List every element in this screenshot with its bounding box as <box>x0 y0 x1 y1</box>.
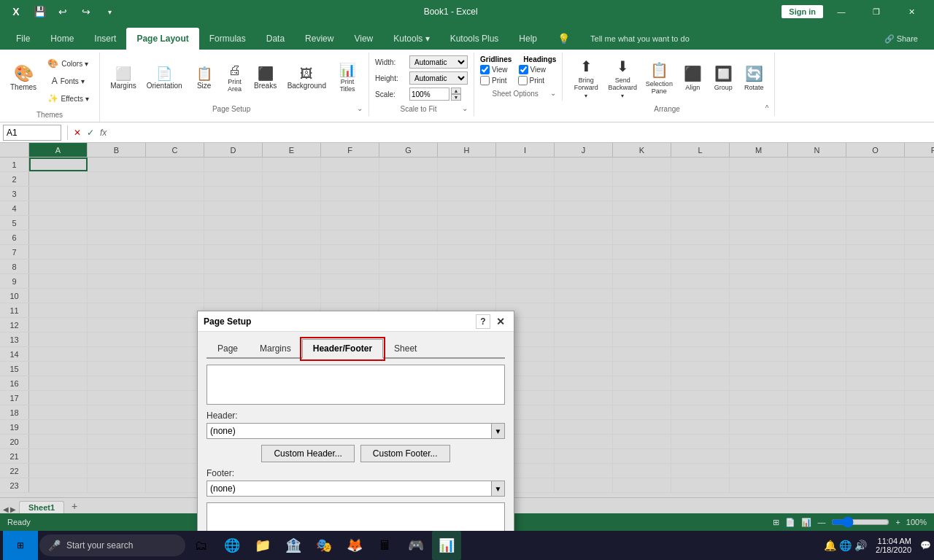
close-button[interactable]: ✕ <box>895 0 928 23</box>
tab-view[interactable]: View <box>344 28 383 50</box>
themes-button[interactable]: 🎨 Themes <box>6 52 41 104</box>
dialog-tab-margins[interactable]: Margins <box>249 339 302 359</box>
dialog-tab-sheet[interactable]: Sheet <box>383 339 428 359</box>
footer-select[interactable]: (none) <box>207 481 492 497</box>
taskbar-edge[interactable]: 🌐 <box>217 531 247 560</box>
taskbar-gamepad[interactable]: 🎮 <box>401 531 431 560</box>
tab-page-layout[interactable]: Page Layout <box>126 28 198 50</box>
formula-x-btn[interactable]: ✕ <box>74 128 81 138</box>
size-button[interactable]: 📋 Size <box>188 52 220 104</box>
formula-input[interactable] <box>112 125 931 141</box>
undo-quick-btn[interactable]: ↩ <box>53 1 73 22</box>
minimize-button[interactable]: — <box>825 0 858 23</box>
view-checkbox-row: View View <box>480 65 546 74</box>
taskbar-excel[interactable]: 📊 <box>432 531 461 560</box>
bring-forward-arrow: ▾ <box>584 93 587 99</box>
formula-check-btn[interactable]: ✓ <box>87 128 94 138</box>
footer-dropdown-row: (none) ▼ <box>207 481 505 497</box>
tab-insert[interactable]: Insert <box>84 28 126 50</box>
margins-button[interactable]: ⬜ Margins <box>106 52 141 104</box>
height-select[interactable]: Automatic <box>409 71 468 85</box>
themes-group-label[interactable]: Themes <box>6 109 93 122</box>
arrange-collapse-btn[interactable]: ^ <box>765 104 769 115</box>
scale-dialog-launcher[interactable]: ⌄ <box>462 104 468 115</box>
dialog-titlebar: Page Setup ? ✕ <box>198 311 514 332</box>
taskbar-notification-icon[interactable]: 🔔 <box>824 540 836 551</box>
excel-icon: X <box>6 1 26 22</box>
colors-button[interactable]: 🎨 Colors ▾ <box>42 55 93 71</box>
rotate-button[interactable]: 🔄 Rotate <box>739 52 768 104</box>
bring-forward-button[interactable]: ⬆ BringForward ▾ <box>568 52 603 104</box>
arrange-group-label[interactable]: Arrange <box>568 104 765 116</box>
print-titles-button[interactable]: 📊 PrintTitles <box>332 52 363 104</box>
dialog-tab-header-footer[interactable]: Header/Footer <box>302 339 383 359</box>
headings-view-checkbox[interactable] <box>519 65 528 74</box>
taskbar-notification-btn[interactable]: 💬 <box>920 540 931 551</box>
save-quick-btn[interactable]: 💾 <box>29 1 50 22</box>
taskbar-task-view[interactable]: 🗂 <box>187 531 216 560</box>
breaks-icon: ⬛ <box>258 67 274 80</box>
redo-quick-btn[interactable]: ↪ <box>76 1 96 22</box>
taskbar: ⊞ 🎤 Start your search 🗂 🌐 📁 🏦 🎭 🦊 🖩 🎮 📊 … <box>0 531 934 560</box>
scale-group-label[interactable]: Scale to Fit <box>375 104 462 116</box>
header-select[interactable]: (none) <box>207 423 492 439</box>
taskbar-network-icon[interactable]: 🌐 <box>839 540 852 551</box>
gridlines-view-checkbox[interactable] <box>480 65 490 74</box>
share-btn[interactable]: 🔗 Share <box>874 28 928 50</box>
tab-formulas[interactable]: Formulas <box>199 28 256 50</box>
scale-input[interactable] <box>409 88 449 101</box>
start-button[interactable]: ⊞ <box>3 531 38 560</box>
search-bar[interactable]: 🎤 Start your search <box>39 534 185 556</box>
page-setup-dialog-launcher[interactable]: ⌄ <box>357 104 363 115</box>
custom-footer-button[interactable]: Custom Footer... <box>360 445 450 462</box>
tell-me-input[interactable]: Tell me what you want to do <box>580 28 700 50</box>
dialog-tab-page[interactable]: Page <box>207 339 249 359</box>
customize-quick-btn[interactable]: ▾ <box>99 1 120 22</box>
tab-help[interactable]: Help <box>509 28 547 50</box>
dialog-help-btn[interactable]: ? <box>476 314 490 329</box>
taskbar-clock[interactable]: 11:04 AM 2/18/2020 <box>870 537 917 554</box>
scale-up-btn[interactable]: ▲ <box>451 88 461 94</box>
send-backward-button[interactable]: ⬇ SendBackward ▾ <box>605 52 640 104</box>
formula-fx-btn[interactable]: fx <box>100 128 107 138</box>
taskbar-explorer[interactable]: 📁 <box>248 531 277 560</box>
sheet-options-dialog-launcher[interactable]: ⌄ <box>550 89 556 100</box>
tab-file[interactable]: File <box>6 28 40 50</box>
tab-kutools-plus[interactable]: Kutools Plus <box>440 28 509 50</box>
background-button[interactable]: 🖼 Background <box>283 52 331 104</box>
sheet-options-label[interactable]: Sheet Options <box>480 88 550 101</box>
gridlines-print-checkbox[interactable] <box>480 76 490 85</box>
footer-dropdown-arrow[interactable]: ▼ <box>492 481 505 497</box>
fonts-button[interactable]: A Fonts ▾ <box>42 73 93 89</box>
align-button[interactable]: ⬛ Align <box>678 52 707 104</box>
tab-data[interactable]: Data <box>256 28 295 50</box>
orientation-button[interactable]: 📄 Orientation <box>142 52 187 104</box>
tab-kutools[interactable]: Kutools ▾ <box>383 28 439 50</box>
effects-button[interactable]: ✨ Effects ▾ <box>42 90 93 106</box>
taskbar-browser2[interactable]: 🦊 <box>340 531 369 560</box>
taskbar-volume-icon[interactable]: 🔊 <box>854 540 867 551</box>
name-box[interactable]: A1 <box>3 125 61 141</box>
sign-in-button[interactable]: Sign in <box>781 5 823 18</box>
taskbar-calc[interactable]: 🖩 <box>371 531 400 560</box>
print-area-button[interactable]: 🖨 PrintArea <box>222 52 248 104</box>
taskbar-photos[interactable]: 🎭 <box>309 531 339 560</box>
custom-header-button[interactable]: Custom Header... <box>261 445 354 462</box>
breaks-button[interactable]: ⬛ Breaks <box>250 52 282 104</box>
group-button[interactable]: 🔲 Group <box>709 52 738 104</box>
print-area-icon: 🖨 <box>228 63 242 77</box>
header-dropdown-arrow[interactable]: ▼ <box>492 423 505 439</box>
scale-down-btn[interactable]: ▼ <box>451 94 461 101</box>
themes-group: 🎨 Themes 🎨 Colors ▾ A Fonts ▾ <box>0 52 100 122</box>
taskbar-store[interactable]: 🏦 <box>279 531 308 560</box>
selection-pane-button[interactable]: 📋 SelectionPane <box>641 52 676 104</box>
print-titles-icon: 📊 <box>339 63 355 77</box>
tab-review[interactable]: Review <box>295 28 344 50</box>
tab-lightbulb[interactable]: 💡 <box>547 28 580 50</box>
headings-print-checkbox[interactable] <box>518 76 528 85</box>
restore-button[interactable]: ❐ <box>860 0 893 23</box>
dialog-close-btn[interactable]: ✕ <box>493 314 508 329</box>
tab-home[interactable]: Home <box>40 28 84 50</box>
width-select[interactable]: Automatic <box>409 55 468 69</box>
page-setup-group-label[interactable]: Page Setup <box>106 104 357 116</box>
